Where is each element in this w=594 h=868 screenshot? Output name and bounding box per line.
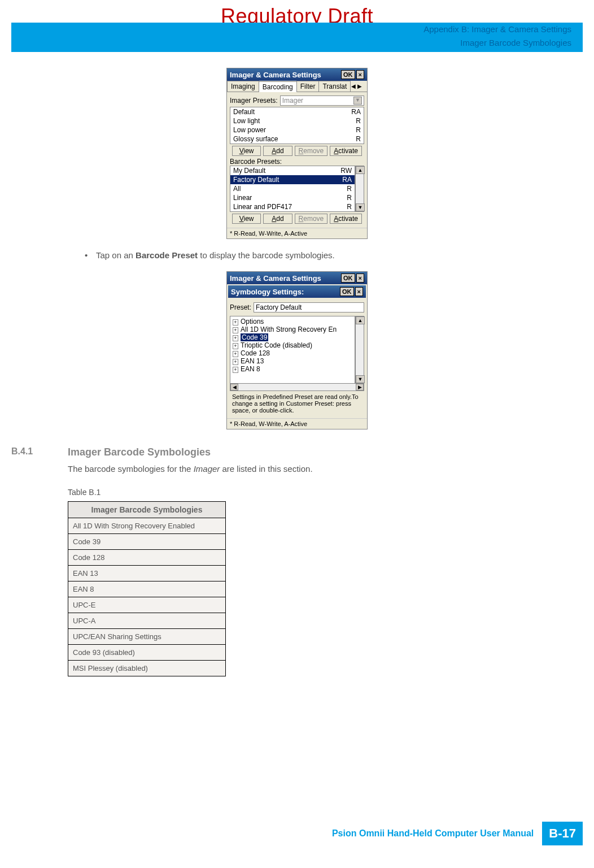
tree-item[interactable]: +All 1D With Strong Recovery En — [232, 326, 353, 333]
view-button-2[interactable]: View — [232, 214, 261, 224]
sub-close-button[interactable]: × — [355, 287, 363, 296]
section-number: B.4.1 — [11, 446, 68, 458]
add-button-1[interactable]: Add — [263, 146, 292, 156]
tab-scroll[interactable]: ◀ ▶ — [350, 81, 363, 92]
settings-note: Settings in Predefined Preset are read o… — [230, 391, 364, 416]
view-button-1[interactable]: View — [232, 146, 261, 156]
bullet-bold: Barcode Preset — [136, 250, 198, 260]
barcode-presets-list[interactable]: My DefaultRWFactory DefaultRAAllRLinearR… — [230, 166, 355, 212]
table-caption: Table B.1 — [68, 488, 583, 497]
activate-button-1[interactable]: Activate — [330, 146, 362, 156]
header-line2: Imager Barcode Symbologies — [423, 36, 571, 50]
list-item[interactable]: Linear and PDF417R — [230, 202, 355, 211]
list-item[interactable]: LinearR — [230, 193, 355, 202]
tree-item[interactable]: +Code 39 — [232, 333, 353, 341]
scroll-right-icon[interactable]: ▶ — [356, 384, 364, 390]
bullet-suffix: to display the barcode symbologies. — [198, 250, 335, 260]
ok-button-2[interactable]: OK — [341, 274, 355, 283]
list-item[interactable]: Low powerR — [230, 125, 364, 134]
scroll-left-icon[interactable]: ◀ — [230, 384, 238, 390]
remove-button-2: Remove — [295, 214, 328, 224]
header-line1: Appendix B: Imager & Camera Settings — [423, 23, 571, 36]
symbology-tree[interactable]: +Options+All 1D With Strong Recovery En+… — [230, 316, 355, 384]
imager-presets-label: Imager Presets: — [230, 97, 278, 105]
tab-filter[interactable]: Filter — [296, 81, 320, 92]
sub-titlebar: Symbology Settings: OK × — [228, 285, 366, 298]
tab-translat[interactable]: Translat — [318, 81, 351, 92]
screenshot-imager-camera-settings: Imager & Camera Settings OK × Imaging Ba… — [226, 68, 368, 239]
list-item[interactable]: Factory DefaultRA — [230, 175, 355, 184]
sub-window-title: Symbology Settings: — [231, 288, 304, 296]
list-item[interactable]: Low lightR — [230, 116, 364, 125]
dropdown-arrow-icon: ▼ — [353, 97, 362, 105]
close-button-2[interactable]: × — [356, 274, 364, 283]
symbologies-table: Imager Barcode Symbologies All 1D With S… — [68, 501, 226, 676]
list-item[interactable]: DefaultRA — [230, 107, 364, 116]
bullet-instruction: • Tap on an Barcode Preset to display th… — [85, 250, 583, 260]
titlebar-2: Imager & Camera Settings OK × — [227, 272, 367, 284]
scroll-down-icon-2[interactable]: ▼ — [356, 375, 365, 383]
add-button-2[interactable]: Add — [263, 214, 292, 224]
scrollbar-1[interactable]: ▲ ▼ — [355, 166, 364, 212]
activate-button-2[interactable]: Activate — [330, 214, 362, 224]
list-item[interactable]: Glossy surfaceR — [230, 134, 364, 144]
window-title-1: Imager & Camera Settings — [230, 71, 321, 79]
table-row: EAN 8 — [68, 581, 226, 597]
page-number-badge: B-17 — [542, 822, 583, 845]
close-button-1[interactable]: × — [356, 70, 364, 79]
tree-item[interactable]: +Options — [232, 318, 353, 326]
list-item[interactable]: AllR — [230, 184, 355, 193]
tree-item[interactable]: +Trioptic Code (disabled) — [232, 341, 353, 349]
scroll-up-icon-2[interactable]: ▲ — [356, 316, 365, 324]
tab-bar-1: Imaging Barcoding Filter Translat ◀ ▶ — [227, 81, 367, 92]
table-row: MSI Plessey (disabled) — [68, 661, 226, 676]
section-title: Imager Barcode Symbologies — [68, 446, 211, 458]
titlebar-1: Imager & Camera Settings OK × — [227, 68, 367, 81]
table-header: Imager Barcode Symbologies — [68, 502, 226, 518]
hscrollbar[interactable]: ◀ ▶ — [230, 383, 364, 391]
header-text: Appendix B: Imager & Camera Settings Ima… — [423, 23, 571, 50]
table-row: UPC-A — [68, 613, 226, 629]
scroll-down-icon[interactable]: ▼ — [356, 203, 365, 211]
window-title-2: Imager & Camera Settings — [230, 274, 321, 283]
scroll-up-icon[interactable]: ▲ — [356, 166, 365, 174]
footer-note-2: * R-Read, W-Write, A-Active — [227, 418, 367, 429]
ok-button-1[interactable]: OK — [341, 70, 355, 79]
imager-presets-dropdown[interactable]: Imager ▼ — [280, 96, 364, 106]
barcode-presets-label: Barcode Presets: — [230, 158, 364, 166]
screenshot-symbology-settings: Imager & Camera Settings OK × Symbology … — [226, 271, 368, 429]
footer-text: Psion Omnii Hand-Held Computer User Manu… — [332, 828, 534, 839]
table-row: Code 128 — [68, 550, 226, 566]
scrollbar-2[interactable]: ▲ ▼ — [355, 316, 364, 384]
table-row: Code 93 (disabled) — [68, 645, 226, 661]
imager-presets-list[interactable]: DefaultRALow lightRLow powerRGlossy surf… — [230, 107, 364, 144]
footer-note-1: * R-Read, W-Write, A-Active — [227, 228, 367, 238]
table-row: UPC-E — [68, 597, 226, 613]
tree-item[interactable]: +EAN 13 — [232, 357, 353, 365]
section-body: The barcode symbologies for the Imager a… — [68, 464, 583, 474]
preset-label: Preset: — [230, 303, 251, 311]
list-item[interactable]: My DefaultRW — [230, 166, 355, 175]
table-row: Code 39 — [68, 534, 226, 550]
table-row: UPC/EAN Sharing Settings — [68, 629, 226, 645]
tree-item[interactable]: +EAN 8 — [232, 365, 353, 373]
remove-button-1: Remove — [295, 146, 328, 156]
imager-presets-value: Imager — [282, 97, 303, 105]
table-row: All 1D With Strong Recovery Enabled — [68, 518, 226, 534]
tab-barcoding[interactable]: Barcoding — [259, 81, 297, 92]
bullet-prefix: Tap on an — [96, 250, 136, 260]
table-row: EAN 13 — [68, 566, 226, 581]
tab-imaging[interactable]: Imaging — [227, 81, 259, 92]
tree-item[interactable]: +Code 128 — [232, 349, 353, 357]
preset-field[interactable]: Factory Default — [254, 302, 364, 313]
sub-ok-button[interactable]: OK — [340, 287, 354, 296]
